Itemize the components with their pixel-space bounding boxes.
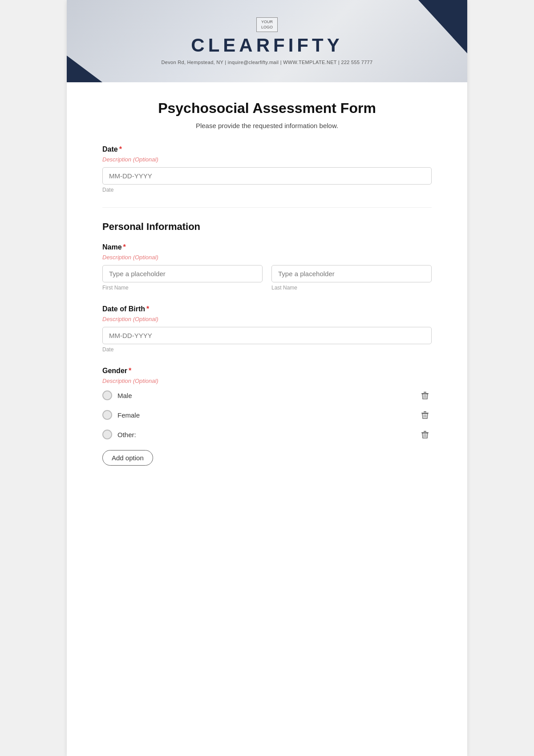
divider-1 [102, 207, 432, 208]
gender-field-group: Gender* Description (Optional) Male [102, 367, 432, 466]
add-option-label: Add option [112, 454, 144, 462]
dob-field-group: Date of Birth* Description (Optional) Da… [102, 305, 432, 353]
last-name-hint: Last Name [271, 285, 432, 291]
dob-required-star: * [146, 305, 149, 313]
delete-female-icon[interactable] [418, 408, 432, 422]
delete-male-icon[interactable] [418, 389, 432, 402]
date-description: Description (Optional) [102, 156, 432, 163]
form-subtitle: Please provide the requested information… [102, 122, 432, 129]
logo-line1: YOUR [261, 20, 273, 25]
date-hint: Date [102, 187, 432, 193]
dob-description: Description (Optional) [102, 316, 432, 322]
name-required-star: * [123, 243, 126, 251]
date-label: Date* [102, 145, 432, 153]
radio-circle-female[interactable] [102, 410, 112, 420]
first-name-col: First Name [102, 265, 263, 291]
date-required-star: * [119, 145, 122, 153]
personal-section-title: Personal Information [102, 221, 432, 233]
first-name-input[interactable] [102, 265, 263, 282]
header: YOUR LOGO CLEARFIFTY Devon Rd, Hempstead… [67, 0, 467, 82]
page: YOUR LOGO CLEARFIFTY Devon Rd, Hempstead… [67, 0, 467, 756]
gender-option-other: Other: [102, 428, 432, 441]
add-option-button[interactable]: Add option [102, 450, 153, 466]
logo-box: YOUR LOGO [256, 17, 278, 32]
date-field-group: Date* Description (Optional) Date [102, 145, 432, 193]
name-row: First Name Last Name [102, 265, 432, 291]
date-input[interactable] [102, 167, 432, 185]
gender-description: Description (Optional) [102, 378, 432, 384]
name-label: Name* [102, 243, 432, 251]
first-name-hint: First Name [102, 285, 263, 291]
radio-circle-other[interactable] [102, 430, 112, 439]
delete-other-icon[interactable] [418, 428, 432, 441]
form-content: Psychosocial Assessment Form Please prov… [67, 82, 467, 507]
radio-left-male: Male [102, 390, 132, 400]
header-contact: Devon Rd, Hempstead, NY | inquire@clearf… [162, 60, 373, 65]
name-field-group: Name* Description (Optional) First Name … [102, 243, 432, 291]
brand-name: CLEARFIFTY [191, 35, 343, 56]
radio-label-other: Other: [117, 431, 136, 438]
gender-label: Gender* [102, 367, 432, 375]
last-name-col: Last Name [271, 265, 432, 291]
dob-input[interactable] [102, 327, 432, 344]
header-center: YOUR LOGO CLEARFIFTY Devon Rd, Hempstead… [67, 0, 467, 82]
gender-required-star: * [129, 367, 131, 374]
logo-line2: LOGO [261, 25, 273, 30]
svg-rect-1 [424, 392, 426, 393]
last-name-input[interactable] [271, 265, 432, 282]
svg-rect-9 [424, 431, 426, 432]
svg-rect-5 [424, 411, 426, 412]
radio-left-female: Female [102, 410, 140, 420]
name-description: Description (Optional) [102, 254, 432, 261]
radio-label-male: Male [117, 392, 132, 399]
form-title: Psychosocial Assessment Form [102, 100, 432, 117]
radio-circle-male[interactable] [102, 390, 112, 400]
gender-option-male: Male [102, 389, 432, 402]
radio-label-female: Female [117, 411, 140, 419]
dob-hint: Date [102, 346, 432, 353]
dob-label: Date of Birth* [102, 305, 432, 313]
gender-option-female: Female [102, 408, 432, 422]
radio-left-other: Other: [102, 430, 136, 439]
